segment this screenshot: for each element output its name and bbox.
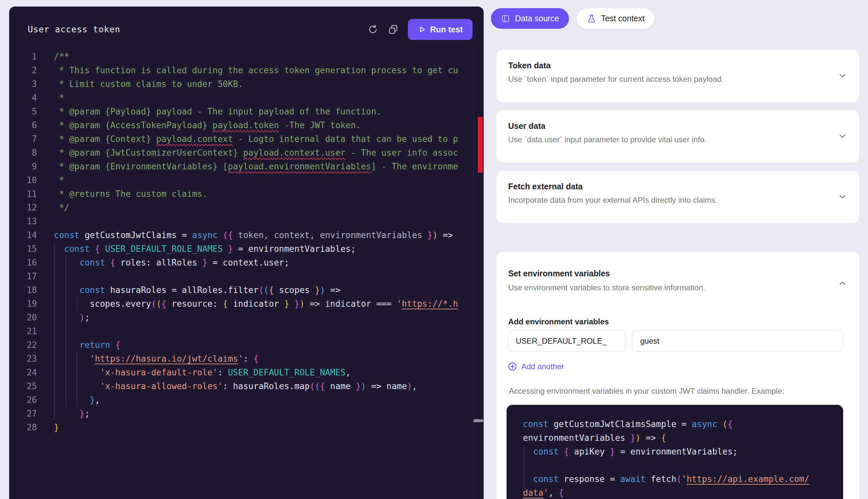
line-number: 23 xyxy=(9,352,37,366)
line-number: 9 xyxy=(9,160,37,173)
code-line: 5 * @param {Payload} payload - The input… xyxy=(9,105,484,118)
jwt-claims-editor-page: User access token xyxy=(0,0,868,499)
line-number: 26 xyxy=(9,393,37,407)
code-line: 24 'x-hasura-default-role': USER_DEFAULT… xyxy=(9,366,484,379)
indent-guide xyxy=(76,352,77,407)
code-editor-panel: User access token xyxy=(9,7,484,499)
card-fetch-external-data[interactable]: Fetch external data Incorporate data fro… xyxy=(496,171,859,223)
indent-guide xyxy=(54,242,55,421)
code-line: 14const getCustomJwtClaims = async ({ to… xyxy=(9,228,484,242)
line-number: 14 xyxy=(9,228,37,242)
code-line: 21 xyxy=(9,324,484,338)
copy-icon xyxy=(388,24,399,35)
overview-ruler-line xyxy=(473,50,474,499)
refresh-icon xyxy=(367,24,378,35)
chevron-down-icon[interactable] xyxy=(838,192,847,202)
line-number: 5 xyxy=(9,105,37,118)
code-area[interactable]: 1/**2 * This function is called during t… xyxy=(9,50,484,499)
code-line: 13 xyxy=(9,215,484,228)
code-line: const response = await fetch('https://ap… xyxy=(523,472,838,486)
code-line: environmentVariables }) => { xyxy=(523,431,838,445)
env-variables-label: Add environment variables xyxy=(508,317,609,326)
code-line: 8 * @param {JwtCustomizerUserContext} pa… xyxy=(9,146,484,160)
code-line: 27 }; xyxy=(9,407,484,421)
line-number: 24 xyxy=(9,366,37,379)
code-line: 10 * xyxy=(9,173,484,187)
code-line: 26 }, xyxy=(9,393,484,407)
line-number: 22 xyxy=(9,338,37,352)
env-key-input[interactable] xyxy=(507,330,626,352)
code-line: 11 * @returns The custom claims. xyxy=(9,187,484,201)
add-another-label: Add another xyxy=(521,362,564,371)
code-line: 28} xyxy=(9,421,484,434)
run-test-label: Run test xyxy=(430,25,463,34)
panel-tabs: Data source Test context xyxy=(491,8,654,29)
code-line: 2 * This function is called during the a… xyxy=(9,63,484,77)
editor-title: User access token xyxy=(28,25,120,34)
card-user-data[interactable]: User data Use `data.user` input paramete… xyxy=(496,110,859,162)
line-number: 17 xyxy=(9,269,37,283)
line-number: 11 xyxy=(9,187,37,201)
line-number: 4 xyxy=(9,91,37,105)
refresh-button[interactable] xyxy=(367,24,378,35)
tab-label: Data source xyxy=(515,14,559,23)
line-number: 15 xyxy=(9,242,37,256)
tab-label: Test context xyxy=(601,14,644,23)
code-line: 23 'https://hasura.io/jwt/claims': { xyxy=(9,352,484,366)
code-line: 7 * @param {Context} payload.context - L… xyxy=(9,132,484,146)
card-description: Incorporate data from your external APIs… xyxy=(508,196,717,205)
tab-test-context[interactable]: Test context xyxy=(577,8,654,29)
card-title: Set environment variables xyxy=(508,269,610,278)
code-line: 4 * xyxy=(9,91,484,105)
run-test-button[interactable]: Run test xyxy=(408,19,473,40)
code-line: 25 'x-hasura-allowed-roles': hasuraRoles… xyxy=(9,379,484,393)
copy-button[interactable] xyxy=(388,24,399,35)
card-description: Use `data.user` input parameter to provi… xyxy=(508,135,707,144)
code-line: 17 xyxy=(9,269,484,283)
line-number: 12 xyxy=(9,201,37,215)
code-line: 22 return { xyxy=(9,338,484,352)
line-number: 20 xyxy=(9,311,37,324)
circle-plus-icon xyxy=(507,362,517,372)
add-another-button[interactable]: Add another xyxy=(507,362,564,372)
line-number: 28 xyxy=(9,421,37,434)
code-line: const { apiKey } = environmentVariables; xyxy=(523,445,838,459)
indent-guide xyxy=(76,297,77,311)
code-line: const getCustomJwtClaimsSample = async (… xyxy=(523,417,838,431)
line-number: 7 xyxy=(9,132,37,146)
line-number: 21 xyxy=(9,324,37,338)
code-line: 12 */ xyxy=(9,201,484,215)
env-value-input[interactable] xyxy=(632,330,843,352)
line-number: 8 xyxy=(9,146,37,160)
code-line: 1/** xyxy=(9,50,484,63)
editor-actions: Run test xyxy=(367,19,473,40)
env-note: Accessing environment variables in your … xyxy=(509,387,784,395)
line-number: 2 xyxy=(9,63,37,77)
scrollbar-thumb[interactable] xyxy=(474,419,483,422)
code-line: 20 ); xyxy=(9,311,484,324)
line-number: 1 xyxy=(9,50,37,63)
chevron-down-icon[interactable] xyxy=(838,131,847,141)
error-marker xyxy=(478,117,483,173)
card-title: Token data xyxy=(508,61,551,70)
line-number: 3 xyxy=(9,77,37,91)
sidebar-panel-icon xyxy=(501,14,511,24)
chevron-up-icon[interactable] xyxy=(838,279,847,289)
tab-data-source[interactable]: Data source xyxy=(491,8,569,29)
code-line: 18 const hasuraRoles = allRoles.filter((… xyxy=(9,283,484,297)
card-title: User data xyxy=(508,121,545,131)
code-line xyxy=(523,459,838,472)
code-line: 3 * Limit custom claims to under 50KB. xyxy=(9,77,484,91)
line-number: 25 xyxy=(9,379,37,393)
card-token-data[interactable]: Token data Use `token` input parameter f… xyxy=(496,50,859,102)
card-title: Fetch external data xyxy=(508,182,583,191)
code-line: 9 * @param {EnvironmentVariables} [paylo… xyxy=(9,160,484,173)
card-description: Use environment variables to store sensi… xyxy=(508,283,705,292)
code-line: data', { xyxy=(523,486,838,499)
line-number: 19 xyxy=(9,297,37,311)
line-number: 13 xyxy=(9,215,37,228)
env-variable-row xyxy=(507,330,843,352)
card-set-environment-variables[interactable]: Set environment variables Use environmen… xyxy=(496,252,859,499)
code-line: 15 const { USER_DEFAULT_ROLE_NAMES } = e… xyxy=(9,242,484,256)
chevron-down-icon[interactable] xyxy=(838,71,847,81)
